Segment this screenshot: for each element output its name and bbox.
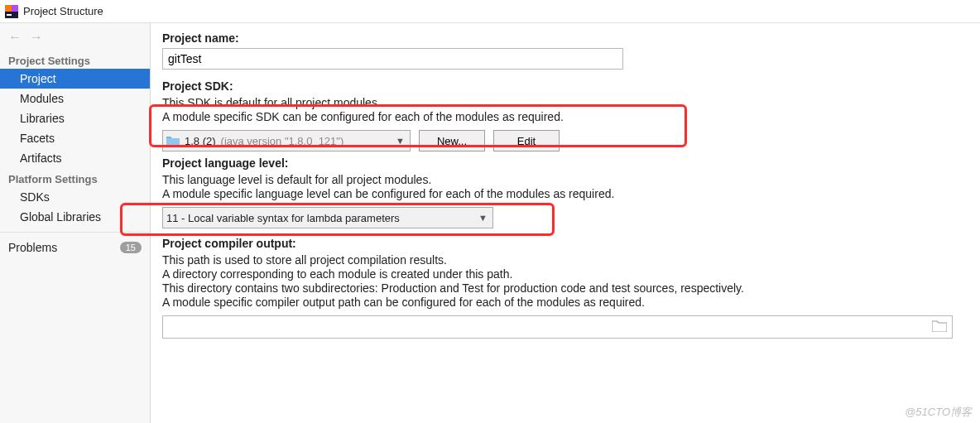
sdk-selected-detail: (java version "1.8.0_121") (221, 135, 344, 147)
sidebar-item-label: Problems (8, 241, 57, 254)
nav-back-button[interactable]: ← (8, 30, 22, 45)
language-level-selected: 11 - Local variable syntax for lambda pa… (166, 212, 400, 224)
language-level-dropdown[interactable]: 11 - Local variable syntax for lambda pa… (162, 207, 493, 228)
svg-rect-2 (5, 5, 12, 12)
output-desc-2: A directory corresponding to each module… (162, 267, 968, 281)
compiler-output-input[interactable] (162, 315, 953, 339)
sidebar-item-label: Modules (20, 92, 64, 105)
output-desc-1: This path is used to store all project c… (162, 253, 968, 267)
sidebar-heading-project-settings: Project Settings (0, 50, 150, 69)
project-name-label: Project name: (162, 31, 968, 45)
compiler-output-label: Project compiler output: (162, 237, 968, 250)
chevron-down-icon: ▼ (396, 136, 405, 146)
sdk-selected-name: 1.8 (2) (185, 135, 216, 147)
project-name-input[interactable] (162, 48, 623, 70)
sidebar-item-label: Artifacts (20, 151, 62, 165)
output-desc-3: This directory contains two subdirectori… (162, 281, 968, 295)
nav-arrows: ← → (0, 26, 150, 50)
sidebar-item-label: Global Libraries (20, 210, 101, 224)
problems-count-badge: 15 (120, 242, 142, 253)
browse-folder-icon[interactable] (932, 320, 947, 334)
sidebar-item-project[interactable]: Project (0, 69, 150, 89)
folder-icon (166, 136, 180, 146)
lang-desc-2: A module specific language level can be … (162, 187, 968, 200)
intellij-icon (5, 5, 18, 18)
lang-desc-1: This language level is default for all p… (162, 173, 968, 186)
sidebar-item-label: Project (20, 72, 56, 85)
sidebar-item-label: SDKs (20, 190, 50, 204)
sidebar-item-artifacts[interactable]: Artifacts (0, 148, 150, 168)
svg-rect-4 (166, 138, 180, 146)
sdk-desc-1: This SDK is default for all project modu… (162, 96, 968, 109)
svg-rect-3 (12, 5, 18, 12)
watermark: @51CTO博客 (905, 405, 972, 420)
nav-forward-button[interactable]: → (30, 30, 43, 45)
sidebar-item-modules[interactable]: Modules (0, 89, 150, 108)
titlebar: Project Structure (0, 0, 980, 23)
sidebar-item-problems[interactable]: Problems 15 (0, 238, 150, 257)
sidebar-item-libraries[interactable]: Libraries (0, 108, 150, 128)
window-title: Project Structure (23, 5, 103, 17)
sdk-desc-2: A module specific SDK can be configured … (162, 110, 968, 123)
sidebar-item-label: Libraries (20, 112, 65, 125)
language-level-label: Project language level: (162, 156, 968, 170)
project-sdk-dropdown[interactable]: 1.8 (2) (java version "1.8.0_121") ▼ (162, 130, 411, 151)
sidebar-separator (0, 232, 150, 233)
sidebar-item-global-libraries[interactable]: Global Libraries (0, 207, 150, 227)
sidebar-item-sdks[interactable]: SDKs (0, 187, 150, 207)
chevron-down-icon: ▼ (478, 213, 488, 223)
project-sdk-label: Project SDK: (162, 79, 968, 93)
sdk-new-button[interactable]: New... (419, 130, 485, 151)
sidebar: ← → Project Settings Project Modules Lib… (0, 23, 151, 423)
sdk-edit-button[interactable]: Edit (493, 130, 560, 151)
sidebar-heading-platform-settings: Platform Settings (0, 168, 150, 187)
main-panel: Project name: Project SDK: This SDK is d… (151, 23, 980, 423)
sidebar-item-facets[interactable]: Facets (0, 128, 150, 148)
output-desc-4: A module specific compiler output path c… (162, 296, 968, 309)
svg-rect-1 (7, 14, 12, 16)
sidebar-item-label: Facets (20, 132, 55, 145)
